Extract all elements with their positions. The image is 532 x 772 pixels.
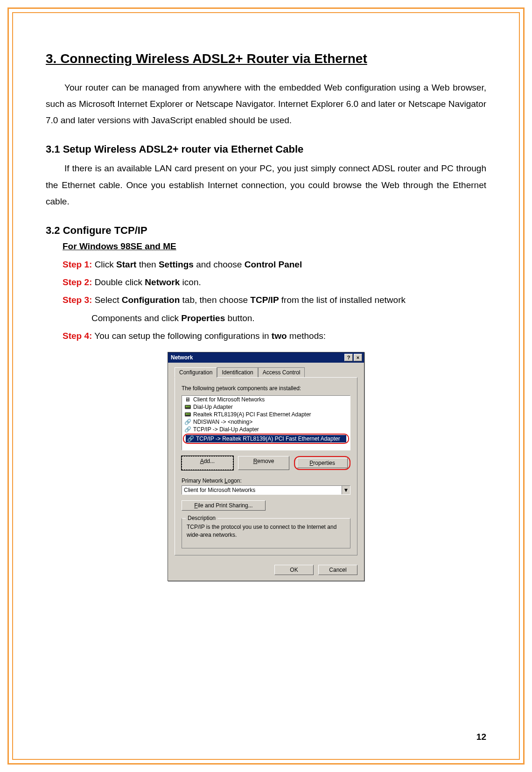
protocol-icon: 🔗 bbox=[187, 435, 194, 442]
adapter-icon: 📟 bbox=[184, 404, 191, 410]
list-item[interactable]: 📟Dial-Up Adapter bbox=[182, 403, 350, 411]
list-item-selected[interactable]: 🔗TCP/IP -> Realtek RTL8139(A) PCI Fast E… bbox=[183, 434, 349, 444]
tab-access-control[interactable]: Access Control bbox=[258, 367, 305, 378]
os-subheading: For Windows 98SE and ME bbox=[63, 241, 486, 252]
protocol-icon: 🔗 bbox=[184, 419, 191, 425]
remove-button[interactable]: Remove bbox=[238, 456, 290, 470]
step-3-cont: Components and click Properties button. bbox=[91, 311, 486, 326]
dialog-body: Configuration Identification Access Cont… bbox=[168, 363, 364, 560]
components-listbox[interactable]: 🖥Client for Microsoft Networks 📟Dial-Up … bbox=[182, 395, 350, 450]
step-1: Step 1: Click Start then Settings and ch… bbox=[63, 257, 486, 272]
intro-paragraph: Your router can be managed from anywhere… bbox=[46, 79, 486, 128]
close-button[interactable]: × bbox=[354, 354, 362, 361]
dialog-title: Network bbox=[171, 354, 193, 361]
component-buttons: Add... Remove Properties bbox=[182, 456, 350, 470]
add-button[interactable]: Add... bbox=[182, 456, 233, 470]
client-icon: 🖥 bbox=[184, 396, 191, 403]
step-1-label: Step 1: bbox=[63, 260, 92, 269]
step-2: Step 2: Double click Network icon. bbox=[63, 275, 486, 290]
components-label: The following network components are ins… bbox=[182, 385, 350, 392]
list-item[interactable]: 🖥Client for Microsoft Networks bbox=[182, 396, 350, 403]
list-item[interactable]: 🔗NDISWAN -> <nothing> bbox=[182, 418, 350, 426]
description-text: TCP/IP is the protocol you use to connec… bbox=[187, 523, 345, 538]
logon-value: Client for Microsoft Networks bbox=[182, 486, 342, 494]
dialog-titlebar: Network ? × bbox=[168, 352, 364, 363]
description-legend: Description bbox=[186, 515, 217, 521]
step-4: Step 4: You can setup the following conf… bbox=[63, 329, 486, 344]
section-3-1-title: 3.1 Setup Wireless ADSL2+ router via Eth… bbox=[46, 143, 486, 155]
dialog-footer: OK Cancel bbox=[168, 560, 364, 581]
properties-button[interactable]: Properties bbox=[297, 458, 348, 468]
logon-dropdown[interactable]: Client for Microsoft Networks ▼ bbox=[182, 485, 350, 495]
logon-label: Primary Network Logon: bbox=[182, 477, 350, 484]
page-number: 12 bbox=[476, 732, 486, 742]
description-group: Description TCP/IP is the protocol you u… bbox=[182, 518, 350, 548]
file-print-sharing-button[interactable]: File and Print Sharing... bbox=[182, 500, 266, 511]
step-4-label: Step 4: bbox=[63, 331, 92, 341]
list-item[interactable]: 🔗TCP/IP -> Dial-Up Adapter bbox=[182, 426, 350, 433]
section-3-2-title: 3.2 Configure TCP/IP bbox=[46, 225, 486, 237]
step-3: Step 3: Select Configuration tab, then c… bbox=[63, 293, 486, 308]
adapter-icon: 📟 bbox=[184, 411, 191, 418]
ok-button[interactable]: OK bbox=[274, 565, 314, 575]
tab-panel-configuration: The following network components are ins… bbox=[175, 377, 357, 555]
tab-configuration[interactable]: Configuration bbox=[175, 367, 217, 378]
list-item[interactable]: 📟Realtek RTL8139(A) PCI Fast Ethernet Ad… bbox=[182, 411, 350, 418]
chevron-down-icon[interactable]: ▼ bbox=[342, 486, 350, 494]
properties-highlight: Properties bbox=[294, 456, 350, 470]
page-title: 3. Connecting Wireless ADSL2+ Router via… bbox=[46, 51, 486, 66]
help-button[interactable]: ? bbox=[344, 354, 353, 361]
cancel-button[interactable]: Cancel bbox=[318, 565, 357, 575]
step-3-label: Step 3: bbox=[63, 295, 92, 305]
network-dialog: Network ? × Configuration Identification… bbox=[168, 352, 364, 581]
tab-identification[interactable]: Identification bbox=[217, 367, 258, 378]
protocol-icon: 🔗 bbox=[184, 426, 191, 433]
step-2-label: Step 2: bbox=[63, 277, 92, 287]
page-content: 3. Connecting Wireless ADSL2+ Router via… bbox=[46, 51, 486, 744]
section-3-1-body: If there is an available LAN card presen… bbox=[46, 160, 486, 209]
tab-strip: Configuration Identification Access Cont… bbox=[175, 367, 357, 378]
